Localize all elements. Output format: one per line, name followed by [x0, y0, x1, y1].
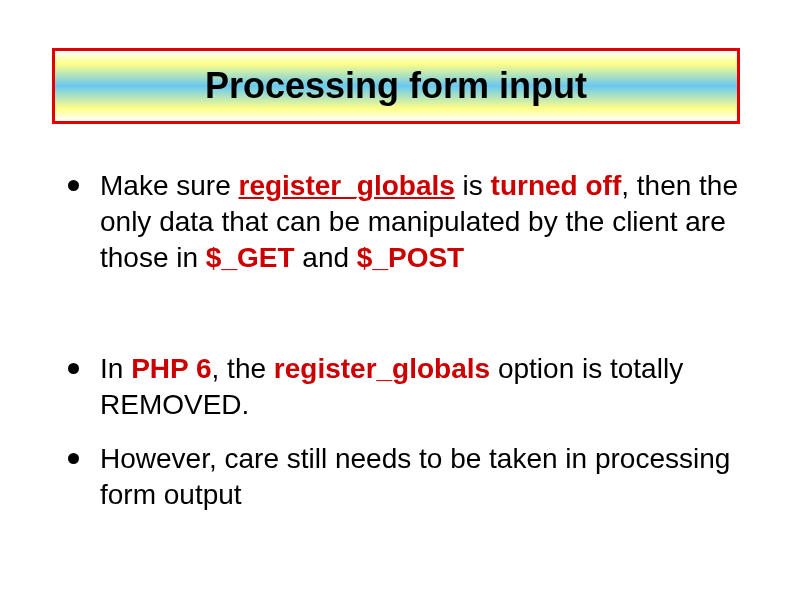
- spacer: [50, 293, 750, 333]
- slide: Processing form input Make sure register…: [0, 0, 794, 595]
- text: , the: [212, 353, 274, 384]
- bullet-item-2: In PHP 6, the register_globals option is…: [50, 351, 750, 423]
- text: and: [295, 242, 357, 273]
- slide-content: Make sure register_globals is turned off…: [50, 168, 750, 531]
- text: is: [455, 170, 491, 201]
- text: Make sure: [100, 170, 239, 201]
- keyword-turned-off: turned off: [491, 170, 622, 201]
- keyword-register-globals: register_globals: [239, 170, 455, 201]
- bullet-list: Make sure register_globals is turned off…: [50, 168, 750, 513]
- slide-title: Processing form input: [205, 65, 587, 107]
- title-bar: Processing form input: [52, 48, 740, 124]
- bullet-item-1: Make sure register_globals is turned off…: [50, 168, 750, 275]
- keyword-post: $_POST: [357, 242, 464, 273]
- text: However, care still needs to be taken in…: [100, 443, 730, 510]
- text: In: [100, 353, 131, 384]
- keyword-php6: PHP 6: [131, 353, 211, 384]
- bullet-item-3: However, care still needs to be taken in…: [50, 441, 750, 513]
- keyword-register-globals: register_globals: [274, 353, 490, 384]
- keyword-get: $_GET: [206, 242, 295, 273]
